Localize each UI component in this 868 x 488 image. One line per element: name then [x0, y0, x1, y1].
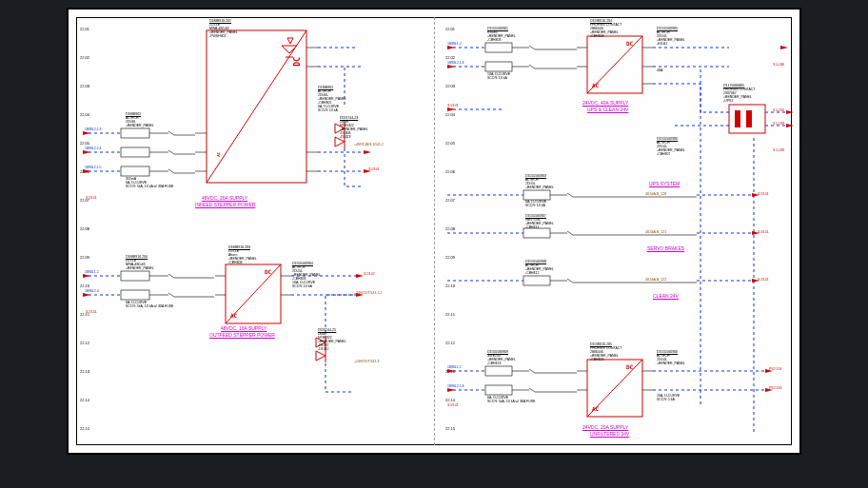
wire-r2: 1893L2.1.3 — [447, 61, 464, 65]
wire-ret2: 3.1/141 — [86, 310, 97, 314]
row-tick: 22.06 — [445, 169, 455, 174]
wire-b2: 1893L2.4 — [85, 289, 99, 293]
title-supply-4a: 24VDC, 20A SUPPLY — [582, 424, 628, 430]
wire-br3: 3.1/141 — [447, 403, 459, 407]
title-supply-4b: UNFILTERED 24V — [590, 431, 629, 437]
row-tick: 22.15 — [80, 426, 89, 431]
leg-ps1-id: -PWSH301 — [209, 34, 227, 38]
leg-tmla-spec2: SCCR: 10 kA — [525, 204, 545, 207]
leg-cb1-loc: +BENDER_PANEL — [126, 124, 154, 127]
leg-trb-id: -CBH307 — [657, 152, 670, 156]
wire-brout2: PS2.116 — [769, 386, 781, 390]
title-supply-2b: OUTFEED STEPPER POWER — [209, 332, 275, 338]
label-ac-4: AC — [592, 405, 599, 412]
leg-psr3-id: -UPS1 — [723, 99, 733, 103]
leg-cb2-spec2: SCCR: 10 kA — [318, 108, 338, 112]
title-supply-1a: 48VDC, 20A SUPPLY — [202, 195, 247, 201]
wire-l1: 1893L2.1.3 — [85, 127, 102, 131]
row-tick: 22.15 — [445, 426, 455, 431]
title-supply-1b: INFEED STEPPER POWER — [195, 202, 255, 207]
wire-br2: 1893L2.1.3 — [447, 384, 464, 388]
row-tick: 22.09 — [80, 255, 89, 260]
row-tick: 22.05 — [80, 141, 89, 146]
title-supply-3a: 24VDC, 40A SUPPLY — [582, 100, 628, 106]
label-ac-2: AC — [230, 312, 237, 319]
row-tick: 22.03 — [80, 84, 89, 88]
leg-cb1-spec3: SCCR: 5kA, 10 kA w/ 30A FUSE — [126, 185, 173, 188]
row-tick: 22.08 — [445, 226, 455, 231]
wire-rout-a: 3.1/141 — [758, 192, 769, 196]
label-dc-big: DC — [293, 57, 302, 67]
leg-br-loc: +BENDER_PANEL — [657, 361, 685, 365]
leg-ps2-id: -CBH308 — [228, 261, 242, 264]
row-tick: 22.12 — [445, 341, 455, 345]
wire-r1: 1893L1.2 — [447, 42, 462, 46]
row-tick: 22.14 — [445, 398, 455, 402]
wire-br1: 1893L1.2 — [447, 365, 462, 369]
leg-tbc-id: -CBH313 — [487, 361, 501, 365]
row-tick: 22.04 — [445, 112, 455, 117]
leg-d1-id2: -D1023 — [340, 135, 350, 139]
wire-ret1: 3.1/141 — [86, 196, 97, 200]
row-tick: 22.08 — [80, 226, 89, 231]
row-tick: 22.05 — [445, 141, 455, 146]
leg-ps3-loc: +BENDER_PANEL — [126, 266, 154, 270]
wire-rin1: 40.5kA,N_120 — [645, 192, 666, 196]
leg-psr1-id: -CBH308 — [590, 34, 603, 38]
drawing-sheet: 22.0122.0122.0222.0222.0322.0322.0422.04… — [67, 8, 801, 455]
wire-out3: 3.1/142 — [364, 272, 375, 276]
title-brakes: SERVO BRAKES — [647, 245, 684, 251]
leg-tra-id: -E1041 — [657, 42, 667, 46]
wire-rr3: 3.1-133 — [773, 122, 784, 126]
row-tick: 22.07 — [445, 198, 455, 203]
row-tick: 22.14 — [80, 398, 89, 402]
wire-r3: 3.1/141 — [447, 104, 459, 107]
leg-psr2-id: -CBH309 — [590, 358, 603, 361]
title-supply-2a: 48VDC, 10A SUPPLY — [221, 325, 266, 331]
leg-tra-spec: 40A — [657, 68, 662, 72]
leg-tbb-id: -CBH312 — [525, 271, 539, 275]
row-tick: 22.03 — [445, 84, 455, 88]
leg-d2-id2: -D1042 — [318, 347, 328, 351]
sheet-center-divider — [434, 17, 435, 445]
row-tick: 22.10 — [80, 283, 89, 288]
label-dc-2: DC — [265, 268, 271, 275]
row-tick: 22.04 — [80, 112, 89, 117]
wire-out1b: 3.1/141 — [368, 167, 380, 171]
wire-rin3: 40.5kA,N_122 — [645, 278, 666, 282]
label-ac-3: AC — [592, 82, 599, 88]
label-dc-4: DC — [626, 363, 633, 370]
wire-rr1: 3.1-136 — [773, 63, 784, 67]
leg-tba-id: -CBH311 — [525, 225, 539, 229]
leg-ps3-id-spec2: SCCR: 5kA, 10 kA w/ 30A FUSE — [126, 304, 173, 308]
leg-tbc-spec2: SCCR: 5kA, 10 kA w/ 30A FUSE — [487, 400, 535, 403]
wire-out4: +24V/OUT/141.2-2 — [354, 291, 382, 295]
title-ups: UPS SYSTEM — [649, 181, 680, 186]
wire-l2: 1893L2.1.4 — [85, 146, 102, 150]
wire-rr2: 3.1-134 — [773, 108, 784, 112]
row-tick: 22.01 — [445, 27, 455, 31]
wire-brout1: PS2.114 — [769, 367, 781, 371]
row-tick: 22.02 — [445, 55, 455, 60]
row-tick: 22.12 — [80, 341, 89, 345]
wire-b1: 1893L1.2 — [85, 270, 99, 274]
row-tick: 22.11 — [445, 312, 455, 317]
wire-rout-b: 3.1/141 — [758, 230, 769, 234]
title-supply-3b: UPS & CLEAN 24V — [587, 107, 628, 112]
wire-out5: +24V/OUT/141.3 — [354, 360, 379, 363]
label-ac-big: AC — [216, 152, 221, 157]
label-dc-3: DC — [626, 40, 633, 47]
wire-rin2: 40.5kA,N_121 — [645, 230, 666, 234]
wire-rout-c: 3.1/141 — [758, 278, 769, 282]
wire-l3: 1893L2.1.5 — [85, 166, 102, 169]
wire-out2: +4VDC48/3.1/141.2 — [354, 143, 384, 146]
leg-ttl-a-id: -CBH303 — [487, 38, 501, 42]
row-tick: 22.13 — [80, 369, 89, 374]
row-tick: 22.13 — [445, 369, 455, 374]
title-clean: CLEAN 24V — [653, 293, 679, 299]
leg-br-spec2: SCCR: 5 kA — [657, 398, 675, 401]
leg-tmidb-spec2: SCCR: 10 kA — [292, 284, 312, 288]
row-tick: 22.01 — [80, 27, 89, 31]
row-tick: 22.09 — [445, 255, 455, 260]
row-tick: 22.02 — [80, 55, 89, 60]
